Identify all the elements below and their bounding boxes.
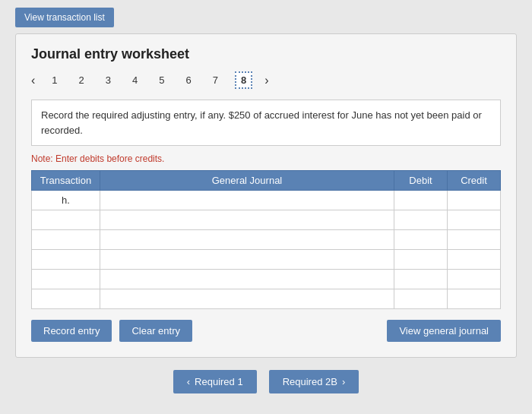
debit-cell[interactable] bbox=[394, 210, 448, 230]
button-row: Record entry Clear entry View general jo… bbox=[31, 320, 501, 342]
col-debit: Debit bbox=[394, 171, 448, 191]
transaction-cell bbox=[32, 230, 100, 250]
credit-input-2[interactable] bbox=[452, 215, 496, 226]
chevron-right-icon: › bbox=[342, 376, 345, 387]
journal-input-2[interactable] bbox=[105, 215, 389, 226]
credit-input-6[interactable] bbox=[452, 294, 496, 305]
journal-input-3[interactable] bbox=[105, 235, 389, 245]
journal-cell[interactable] bbox=[100, 289, 394, 309]
table-row bbox=[32, 270, 501, 289]
credit-cell[interactable] bbox=[448, 289, 501, 309]
chevron-left-icon: ‹ bbox=[187, 376, 190, 387]
main-card: Journal entry worksheet ‹ 1 2 3 4 5 6 7 … bbox=[15, 33, 517, 358]
debit-cell[interactable] bbox=[394, 191, 448, 210]
page-2[interactable]: 2 bbox=[74, 73, 89, 87]
journal-cell[interactable] bbox=[100, 230, 394, 250]
transaction-cell: h. bbox=[32, 191, 100, 210]
table-row: h. bbox=[32, 191, 501, 210]
journal-input-6[interactable] bbox=[105, 294, 389, 305]
journal-input-1[interactable] bbox=[105, 195, 389, 206]
table-row bbox=[32, 230, 501, 250]
instruction-box: Record the required adjusting entry, if … bbox=[31, 100, 501, 146]
pagination-prev-arrow[interactable]: ‹ bbox=[31, 74, 35, 87]
pagination: ‹ 1 2 3 4 5 6 7 8 › bbox=[31, 71, 501, 89]
table-row bbox=[32, 210, 501, 230]
journal-cell[interactable] bbox=[100, 270, 394, 289]
required-1-label: Required 1 bbox=[195, 376, 243, 387]
journal-table: Transaction General Journal Debit Credit… bbox=[31, 170, 501, 309]
debit-cell[interactable] bbox=[394, 250, 448, 270]
pagination-next-arrow[interactable]: › bbox=[264, 74, 268, 87]
transaction-cell bbox=[32, 270, 100, 289]
credit-cell[interactable] bbox=[448, 230, 501, 250]
credit-input-5[interactable] bbox=[452, 274, 496, 285]
required-2b-button[interactable]: Required 2B › bbox=[269, 370, 359, 393]
table-row bbox=[32, 250, 501, 270]
credit-cell[interactable] bbox=[448, 191, 501, 210]
debit-input-1[interactable] bbox=[399, 195, 442, 206]
credit-cell[interactable] bbox=[448, 270, 501, 289]
journal-cell[interactable] bbox=[100, 191, 394, 210]
credit-input-4[interactable] bbox=[452, 254, 496, 265]
page-8[interactable]: 8 bbox=[235, 71, 252, 89]
credit-input-1[interactable] bbox=[452, 195, 496, 206]
journal-input-5[interactable] bbox=[105, 274, 389, 285]
debit-cell[interactable] bbox=[394, 230, 448, 250]
credit-cell[interactable] bbox=[448, 210, 501, 230]
transaction-cell bbox=[32, 250, 100, 270]
debit-cell[interactable] bbox=[394, 289, 448, 309]
top-bar: View transaction list bbox=[15, 8, 517, 27]
journal-cell[interactable] bbox=[100, 210, 394, 230]
credit-cell[interactable] bbox=[448, 250, 501, 270]
required-2b-label: Required 2B bbox=[283, 376, 337, 387]
page-7[interactable]: 7 bbox=[208, 73, 223, 87]
page-1[interactable]: 1 bbox=[47, 73, 62, 87]
debit-input-5[interactable] bbox=[399, 274, 442, 285]
journal-cell[interactable] bbox=[100, 250, 394, 270]
page-3[interactable]: 3 bbox=[101, 73, 116, 87]
page-5[interactable]: 5 bbox=[154, 73, 169, 87]
note-text: Note: Enter debits before credits. bbox=[31, 153, 501, 164]
debit-input-3[interactable] bbox=[399, 235, 442, 245]
credit-input-3[interactable] bbox=[452, 235, 496, 245]
clear-entry-button[interactable]: Clear entry bbox=[119, 320, 192, 342]
view-general-journal-button[interactable]: View general journal bbox=[387, 320, 501, 342]
col-transaction: Transaction bbox=[32, 171, 100, 191]
table-row bbox=[32, 289, 501, 309]
record-entry-button[interactable]: Record entry bbox=[31, 320, 112, 342]
page-6[interactable]: 6 bbox=[182, 73, 196, 87]
page-4[interactable]: 4 bbox=[128, 73, 142, 87]
col-credit: Credit bbox=[448, 171, 501, 191]
transaction-cell bbox=[32, 210, 100, 230]
instruction-text: Record the required adjusting entry, if … bbox=[41, 109, 482, 136]
left-buttons: Record entry Clear entry bbox=[31, 320, 192, 342]
view-transaction-button[interactable]: View transaction list bbox=[15, 8, 114, 27]
col-general-journal: General Journal bbox=[100, 171, 394, 191]
journal-input-4[interactable] bbox=[105, 254, 389, 265]
debit-input-2[interactable] bbox=[399, 215, 442, 226]
debit-input-6[interactable] bbox=[399, 294, 442, 305]
transaction-cell bbox=[32, 289, 100, 309]
debit-cell[interactable] bbox=[394, 270, 448, 289]
page-title: Journal entry worksheet bbox=[31, 46, 501, 62]
debit-input-4[interactable] bbox=[399, 254, 442, 265]
required-1-button[interactable]: ‹ Required 1 bbox=[173, 370, 257, 393]
bottom-nav: ‹ Required 1 Required 2B › bbox=[173, 370, 359, 393]
